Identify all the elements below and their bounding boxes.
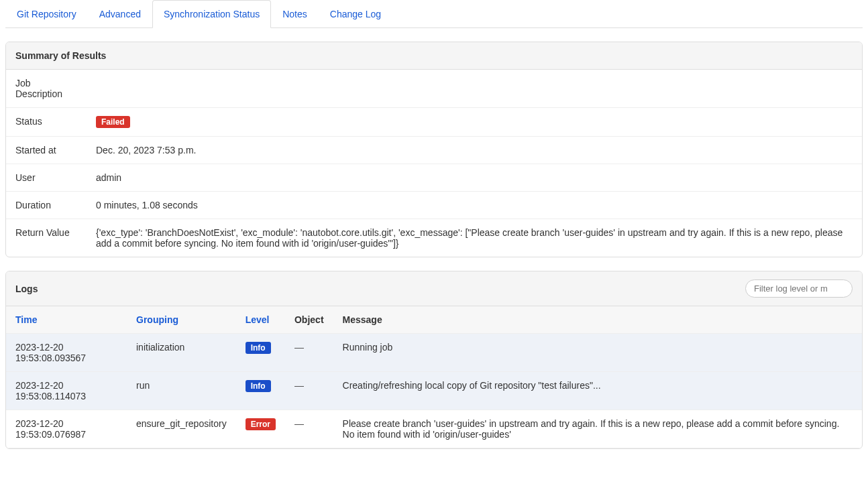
- log-message: Creating/refreshing local copy of Git re…: [333, 372, 862, 410]
- summary-header: Summary of Results: [6, 42, 862, 70]
- return-value-value: {'exc_type': 'BranchDoesNotExist', 'exc_…: [87, 219, 862, 257]
- logs-header-level[interactable]: Level: [236, 306, 285, 334]
- duration-value: 0 minutes, 1.08 seconds: [87, 192, 862, 219]
- tab-git-repository[interactable]: Git Repository: [5, 0, 88, 28]
- user-label: User: [6, 164, 87, 192]
- logs-panel: Logs Time Grouping Level Object Message …: [5, 271, 863, 449]
- status-label: Status: [6, 108, 87, 137]
- log-grouping: initialization: [127, 334, 236, 372]
- tab-synchronization-status[interactable]: Synchronization Status: [152, 0, 271, 28]
- logs-header: Logs: [6, 271, 862, 306]
- log-row: 2023-12-20 19:53:09.076987 ensure_git_re…: [6, 410, 862, 448]
- log-time: 2023-12-20 19:53:08.093567: [6, 334, 127, 372]
- tab-change-log[interactable]: Change Log: [319, 0, 392, 28]
- log-time: 2023-12-20 19:53:08.114073: [6, 372, 127, 410]
- logs-header-grouping[interactable]: Grouping: [127, 306, 236, 334]
- status-badge: Failed: [96, 116, 130, 128]
- log-level: Info: [236, 372, 285, 410]
- logs-title: Logs: [15, 284, 38, 294]
- status-value: Failed: [87, 108, 862, 137]
- level-badge: Error: [246, 418, 276, 430]
- user-value: admin: [87, 164, 862, 192]
- log-row: 2023-12-20 19:53:08.093567 initializatio…: [6, 334, 862, 372]
- log-message: Running job: [333, 334, 862, 372]
- tabs-nav: Git Repository Advanced Synchronization …: [5, 0, 863, 28]
- log-grouping: ensure_git_repository: [127, 410, 236, 448]
- summary-panel: Summary of Results JobDescription Status…: [5, 42, 863, 257]
- logs-header-time[interactable]: Time: [6, 306, 127, 334]
- job-description-value: [87, 70, 862, 108]
- started-at-value: Dec. 20, 2023 7:53 p.m.: [87, 137, 862, 164]
- tab-notes[interactable]: Notes: [271, 0, 319, 28]
- log-grouping: run: [127, 372, 236, 410]
- started-at-label: Started at: [6, 137, 87, 164]
- log-message: Please create branch 'user-guides' in up…: [333, 410, 862, 448]
- log-object: —: [285, 334, 333, 372]
- level-badge: Info: [246, 380, 271, 392]
- level-badge: Info: [246, 342, 271, 354]
- logs-header-object[interactable]: Object: [285, 306, 333, 334]
- log-level: Info: [236, 334, 285, 372]
- job-description-label: JobDescription: [6, 70, 87, 108]
- summary-table: JobDescription Status Failed Started at …: [6, 70, 862, 257]
- logs-tbody: 2023-12-20 19:53:08.093567 initializatio…: [6, 334, 862, 448]
- log-row: 2023-12-20 19:53:08.114073 run Info — Cr…: [6, 372, 862, 410]
- logs-header-message[interactable]: Message: [333, 306, 862, 334]
- log-level: Error: [236, 410, 285, 448]
- logs-filter-input[interactable]: [745, 279, 853, 298]
- duration-label: Duration: [6, 192, 87, 219]
- log-time: 2023-12-20 19:53:09.076987: [6, 410, 127, 448]
- log-object: —: [285, 372, 333, 410]
- return-value-label: Return Value: [6, 219, 87, 257]
- log-object: —: [285, 410, 333, 448]
- tab-advanced[interactable]: Advanced: [88, 0, 152, 28]
- summary-title: Summary of Results: [15, 50, 106, 61]
- logs-table: Time Grouping Level Object Message 2023-…: [6, 306, 862, 448]
